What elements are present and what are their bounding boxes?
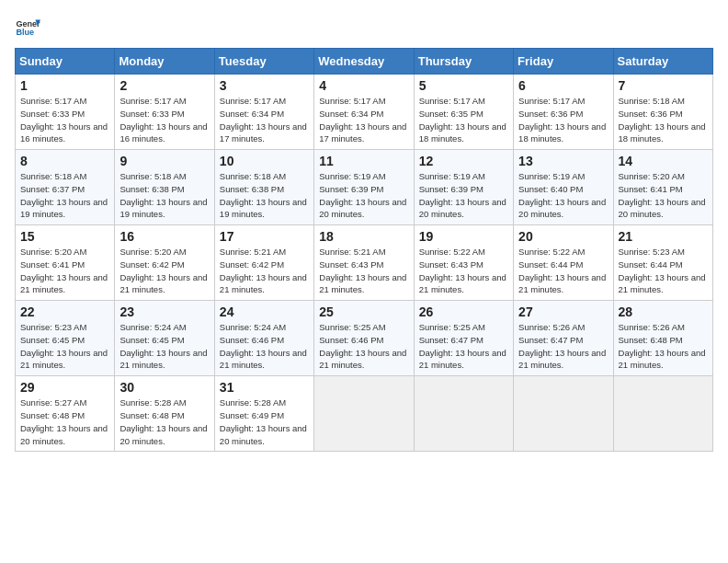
day-number: 23 (119, 304, 209, 319)
day-info: Sunrise: 5:18 AM Sunset: 6:38 PM Dayligh… (220, 170, 309, 221)
day-number: 1 (20, 78, 109, 93)
day-info: Sunrise: 5:24 AM Sunset: 6:45 PM Dayligh… (119, 321, 209, 372)
day-info: Sunrise: 5:17 AM Sunset: 6:34 PM Dayligh… (220, 95, 309, 145)
day-info: Sunrise: 5:21 AM Sunset: 6:43 PM Dayligh… (319, 246, 408, 296)
day-info: Sunrise: 5:22 AM Sunset: 6:44 PM Dayligh… (518, 246, 608, 296)
calendar-day-cell (414, 376, 513, 452)
calendar-day-cell: 16 Sunrise: 5:20 AM Sunset: 6:42 PM Dayl… (115, 225, 214, 301)
calendar-week-row: 15 Sunrise: 5:20 AM Sunset: 6:41 PM Dayl… (16, 225, 713, 301)
calendar-week-row: 1 Sunrise: 5:17 AM Sunset: 6:33 PM Dayli… (16, 75, 713, 150)
calendar-day-cell: 19 Sunrise: 5:22 AM Sunset: 6:43 PM Dayl… (414, 225, 513, 301)
day-number: 11 (319, 154, 408, 168)
svg-text:Blue: Blue (16, 28, 34, 37)
day-number: 10 (220, 154, 309, 168)
calendar-day-header: Monday (115, 49, 214, 75)
day-info: Sunrise: 5:25 AM Sunset: 6:46 PM Dayligh… (319, 321, 408, 372)
calendar-day-cell: 11 Sunrise: 5:19 AM Sunset: 6:39 PM Dayl… (314, 150, 414, 225)
calendar-day-cell: 7 Sunrise: 5:18 AM Sunset: 6:36 PM Dayli… (613, 75, 712, 150)
logo: General Blue (15, 15, 40, 40)
calendar-week-row: 8 Sunrise: 5:18 AM Sunset: 6:37 PM Dayli… (16, 150, 713, 225)
day-number: 9 (119, 154, 209, 168)
day-info: Sunrise: 5:19 AM Sunset: 6:39 PM Dayligh… (319, 170, 408, 221)
day-number: 13 (518, 154, 608, 168)
day-info: Sunrise: 5:24 AM Sunset: 6:46 PM Dayligh… (220, 321, 309, 372)
day-info: Sunrise: 5:21 AM Sunset: 6:42 PM Dayligh… (220, 246, 309, 296)
day-info: Sunrise: 5:17 AM Sunset: 6:36 PM Dayligh… (518, 95, 608, 145)
calendar-day-cell: 4 Sunrise: 5:17 AM Sunset: 6:34 PM Dayli… (314, 75, 414, 150)
calendar-day-cell (613, 376, 712, 452)
day-number: 31 (220, 380, 309, 395)
calendar-day-cell: 10 Sunrise: 5:18 AM Sunset: 6:38 PM Dayl… (214, 150, 313, 225)
calendar-day-cell: 14 Sunrise: 5:20 AM Sunset: 6:41 PM Dayl… (613, 150, 712, 225)
day-info: Sunrise: 5:20 AM Sunset: 6:41 PM Dayligh… (20, 246, 109, 296)
calendar-day-cell: 27 Sunrise: 5:26 AM Sunset: 6:47 PM Dayl… (514, 301, 613, 376)
day-number: 4 (319, 78, 408, 93)
day-info: Sunrise: 5:20 AM Sunset: 6:42 PM Dayligh… (119, 246, 209, 296)
day-number: 5 (419, 78, 508, 93)
day-number: 29 (20, 380, 109, 395)
day-info: Sunrise: 5:17 AM Sunset: 6:35 PM Dayligh… (419, 95, 508, 145)
calendar-day-cell: 6 Sunrise: 5:17 AM Sunset: 6:36 PM Dayli… (514, 75, 613, 150)
day-info: Sunrise: 5:18 AM Sunset: 6:38 PM Dayligh… (119, 170, 209, 221)
calendar-day-cell: 31 Sunrise: 5:28 AM Sunset: 6:49 PM Dayl… (214, 376, 313, 452)
calendar-day-cell: 9 Sunrise: 5:18 AM Sunset: 6:38 PM Dayli… (115, 150, 214, 225)
day-info: Sunrise: 5:28 AM Sunset: 6:48 PM Dayligh… (119, 396, 209, 447)
logo-icon: General Blue (15, 15, 40, 40)
calendar-day-cell: 1 Sunrise: 5:17 AM Sunset: 6:33 PM Dayli… (16, 75, 115, 150)
calendar-day-cell: 8 Sunrise: 5:18 AM Sunset: 6:37 PM Dayli… (16, 150, 115, 225)
day-number: 2 (119, 78, 209, 93)
calendar-day-cell: 30 Sunrise: 5:28 AM Sunset: 6:48 PM Dayl… (115, 376, 214, 452)
day-number: 30 (119, 380, 209, 395)
calendar-day-cell: 26 Sunrise: 5:25 AM Sunset: 6:47 PM Dayl… (414, 301, 513, 376)
day-info: Sunrise: 5:17 AM Sunset: 6:33 PM Dayligh… (119, 95, 209, 145)
calendar-day-cell: 17 Sunrise: 5:21 AM Sunset: 6:42 PM Dayl… (214, 225, 313, 301)
calendar-table: SundayMondayTuesdayWednesdayThursdayFrid… (15, 48, 713, 452)
calendar-day-header: Friday (514, 49, 613, 75)
calendar-header-row: SundayMondayTuesdayWednesdayThursdayFrid… (16, 49, 713, 75)
calendar-day-cell: 13 Sunrise: 5:19 AM Sunset: 6:40 PM Dayl… (514, 150, 613, 225)
day-number: 18 (319, 229, 408, 244)
day-number: 19 (419, 229, 508, 244)
day-number: 24 (220, 304, 309, 319)
day-number: 17 (220, 229, 309, 244)
day-number: 12 (419, 154, 508, 168)
calendar-day-header: Thursday (414, 49, 513, 75)
day-info: Sunrise: 5:19 AM Sunset: 6:40 PM Dayligh… (518, 170, 608, 221)
day-number: 16 (119, 229, 209, 244)
header: General Blue (15, 15, 713, 40)
day-number: 8 (20, 154, 109, 168)
day-info: Sunrise: 5:28 AM Sunset: 6:49 PM Dayligh… (220, 396, 309, 447)
calendar-day-cell: 29 Sunrise: 5:27 AM Sunset: 6:48 PM Dayl… (16, 376, 115, 452)
day-info: Sunrise: 5:26 AM Sunset: 6:47 PM Dayligh… (518, 321, 608, 372)
day-info: Sunrise: 5:20 AM Sunset: 6:41 PM Dayligh… (619, 170, 708, 221)
day-info: Sunrise: 5:27 AM Sunset: 6:48 PM Dayligh… (20, 396, 109, 447)
calendar-day-header: Sunday (16, 49, 115, 75)
calendar-day-cell: 12 Sunrise: 5:19 AM Sunset: 6:39 PM Dayl… (414, 150, 513, 225)
day-number: 22 (20, 304, 109, 319)
day-info: Sunrise: 5:18 AM Sunset: 6:37 PM Dayligh… (20, 170, 109, 221)
calendar-day-cell: 24 Sunrise: 5:24 AM Sunset: 6:46 PM Dayl… (214, 301, 313, 376)
day-number: 14 (619, 154, 708, 168)
day-number: 21 (619, 229, 708, 244)
calendar-day-header: Wednesday (314, 49, 414, 75)
calendar-day-cell: 20 Sunrise: 5:22 AM Sunset: 6:44 PM Dayl… (514, 225, 613, 301)
day-number: 25 (319, 304, 408, 319)
calendar-day-cell: 3 Sunrise: 5:17 AM Sunset: 6:34 PM Dayli… (214, 75, 313, 150)
calendar-day-header: Saturday (613, 49, 712, 75)
day-number: 28 (619, 304, 708, 319)
day-info: Sunrise: 5:23 AM Sunset: 6:44 PM Dayligh… (619, 246, 708, 296)
calendar-day-cell (314, 376, 414, 452)
calendar-day-cell: 2 Sunrise: 5:17 AM Sunset: 6:33 PM Dayli… (115, 75, 214, 150)
calendar-day-cell: 23 Sunrise: 5:24 AM Sunset: 6:45 PM Dayl… (115, 301, 214, 376)
day-number: 7 (619, 78, 708, 93)
day-number: 6 (518, 78, 608, 93)
calendar-day-cell: 28 Sunrise: 5:26 AM Sunset: 6:48 PM Dayl… (613, 301, 712, 376)
calendar-week-row: 29 Sunrise: 5:27 AM Sunset: 6:48 PM Dayl… (16, 376, 713, 452)
calendar-day-cell (514, 376, 613, 452)
day-number: 27 (518, 304, 608, 319)
day-info: Sunrise: 5:19 AM Sunset: 6:39 PM Dayligh… (419, 170, 508, 221)
calendar-day-header: Tuesday (214, 49, 313, 75)
day-info: Sunrise: 5:22 AM Sunset: 6:43 PM Dayligh… (419, 246, 508, 296)
day-number: 3 (220, 78, 309, 93)
day-info: Sunrise: 5:17 AM Sunset: 6:34 PM Dayligh… (319, 95, 408, 145)
